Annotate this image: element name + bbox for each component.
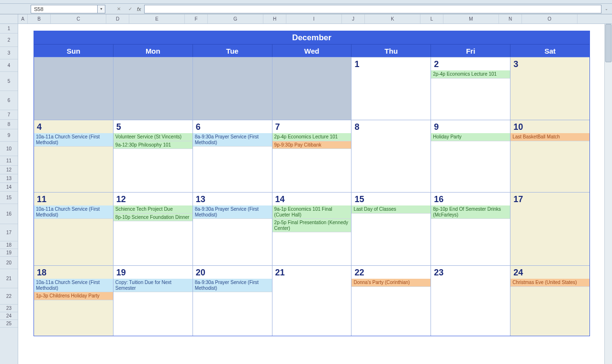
select-all-corner[interactable] [0,14,18,24]
day-cell[interactable]: 19Copy: Tuition Due for Next Semester [113,266,193,336]
formula-expand-icon[interactable]: ⌄ [602,5,610,13]
formula-bar[interactable] [144,5,601,13]
row-header[interactable]: 12 [0,166,18,174]
day-cell[interactable]: 23 [431,266,510,336]
calendar-event[interactable]: 10a-11a Church Service (First Methodist) [34,205,113,219]
calendar-event[interactable]: 9a-1p Economics 101 Final (Cueter Hall) [272,205,351,219]
column-header[interactable]: F [185,14,208,23]
day-cell[interactable]: 17 [510,193,589,265]
vertical-scrollbar[interactable] [604,24,612,364]
day-cell[interactable]: 168p-10p End Of Semester Drinks (McFarle… [431,193,510,265]
cells-area[interactable]: December SunMonTueWedThuFriSat 122p-4p E… [18,24,612,364]
calendar-event[interactable]: 8a-9:30a Prayer Service (First Methodist… [193,205,272,219]
row-header[interactable]: 9 [0,129,18,142]
day-cell[interactable] [272,57,352,120]
row-header[interactable]: 2 [0,34,18,47]
row-header[interactable]: 10 [0,142,18,156]
calendar-event[interactable]: 8p-10p Science Foundation Dinner [113,214,193,222]
day-cell[interactable]: 15Last Day of Classes [351,193,431,265]
row-header[interactable]: 1 [0,24,18,34]
calendar-event[interactable]: 1p-3p Childrens Holiday Party [34,292,113,300]
day-cell[interactable]: 72p-4p Economics Lecture 1019p-9:30p Pay… [272,120,352,192]
row-header[interactable]: 18 [0,241,18,249]
calendar-event[interactable]: Volunteer Service (St Vincents) [113,133,193,141]
day-cell[interactable] [193,57,272,120]
row-header[interactable]: 15 [0,192,18,204]
day-cell[interactable]: 5Volunteer Service (St Vincents)9a-12:30… [113,120,193,192]
row-header[interactable]: 5 [0,72,18,91]
calendar-event[interactable]: Last BasketBall Match [510,133,589,141]
column-header[interactable]: N [499,14,522,23]
calendar-event[interactable]: 2p-4p Economics Lecture 101 [272,133,351,141]
row-header[interactable]: 3 [0,47,18,59]
calendar-event[interactable]: Christmas Eve (United States) [510,279,589,287]
day-cell[interactable]: 22p-4p Economics Lecture 101 [431,57,510,120]
column-header[interactable]: I [286,14,342,23]
name-box-dropdown[interactable]: ▼ [98,5,105,13]
day-cell[interactable]: 22Donna's Party (Corinthian) [351,266,431,336]
day-cell[interactable]: 138a-9:30a Prayer Service (First Methodi… [193,193,272,265]
column-header[interactable]: C [51,14,106,23]
row-header[interactable]: 4 [0,59,18,72]
calendar-event[interactable]: 8p-10p End Of Semester Drinks (McFarleys… [431,205,510,219]
row-header[interactable]: 8 [0,120,18,129]
calendar-event[interactable]: 2p-5p Final Presentation (Kennedy Center… [272,219,351,232]
day-cell[interactable]: 68a-9:30a Prayer Service (First Methodis… [193,120,272,192]
day-cell[interactable]: 1 [351,57,431,120]
day-cell[interactable]: 410a-11a Church Service (First Methodist… [34,120,113,192]
day-cell[interactable]: 8 [351,120,431,192]
day-cell[interactable] [34,57,113,120]
day-cell[interactable]: 21 [272,266,352,336]
day-cell[interactable]: 1810a-11a Church Service (First Methodis… [34,266,113,336]
scroll-thumb[interactable] [605,24,612,62]
column-header[interactable]: G [208,14,263,23]
row-header[interactable]: 17 [0,224,18,241]
calendar-event[interactable]: Holiday Party [431,133,510,141]
row-header[interactable]: 11 [0,156,18,166]
row-header[interactable]: 14 [0,183,18,192]
day-cell[interactable]: 9Holiday Party [431,120,510,192]
row-header[interactable]: 6 [0,91,18,110]
calendar-event[interactable]: Last Day of Classes [351,205,431,214]
day-cell[interactable]: 1110a-11a Church Service (First Methodis… [34,193,113,265]
day-cell[interactable]: 3 [510,57,589,120]
column-header[interactable]: E [129,14,185,23]
column-header[interactable]: J [342,14,365,23]
column-header[interactable]: A [18,14,28,23]
calendar-event[interactable]: 8a-9:30a Prayer Service (First Methodist… [193,133,272,147]
calendar-event[interactable]: 2p-4p Economics Lecture 101 [431,70,510,79]
row-header[interactable]: 19 [0,249,18,257]
calendar-event[interactable]: 8a-9:30a Prayer Service (First Methodist… [193,279,272,292]
calendar-event[interactable]: Donna's Party (Corinthian) [351,279,431,287]
column-header[interactable]: L [420,14,443,23]
column-header[interactable]: B [28,14,51,23]
row-header[interactable]: 25 [0,320,18,328]
row-header[interactable]: 24 [0,312,18,320]
day-cell[interactable]: 12Schience Tech Project Due8p-10p Scienc… [113,193,193,265]
row-header[interactable]: 22 [0,288,18,305]
cancel-icon[interactable]: ✕ [115,5,123,13]
day-cell[interactable]: 10Last BasketBall Match [510,120,589,192]
calendar-event[interactable]: 9a-12:30p Philosophy 101 [113,141,193,149]
calendar-event[interactable]: Copy: Tuition Due for Next Semester [113,279,193,292]
column-header[interactable]: K [365,14,420,23]
name-box[interactable]: S58 [31,5,98,13]
calendar-event[interactable]: Schience Tech Project Due [113,205,193,214]
day-cell[interactable]: 24Christmas Eve (United States) [510,266,589,336]
accept-icon[interactable]: ✓ [126,5,134,13]
row-header[interactable]: 21 [0,269,18,288]
column-header[interactable]: H [263,14,286,23]
day-cell[interactable]: 149a-1p Economics 101 Final (Cueter Hall… [272,193,352,265]
row-header[interactable]: 13 [0,174,18,183]
row-header[interactable]: 23 [0,305,18,312]
row-header[interactable]: 16 [0,204,18,224]
row-header[interactable]: 20 [0,257,18,269]
column-header[interactable]: M [443,14,499,23]
day-cell[interactable] [113,57,193,120]
calendar-event[interactable]: 10a-11a Church Service (First Methodist) [34,133,113,147]
calendar-event[interactable]: 9p-9:30p Pay Citibank [272,141,351,149]
day-cell[interactable]: 208a-9:30a Prayer Service (First Methodi… [193,266,272,336]
calendar-event[interactable]: 10a-11a Church Service (First Methodist) [34,279,113,292]
column-header[interactable]: O [522,14,578,23]
column-header[interactable]: D [106,14,129,23]
